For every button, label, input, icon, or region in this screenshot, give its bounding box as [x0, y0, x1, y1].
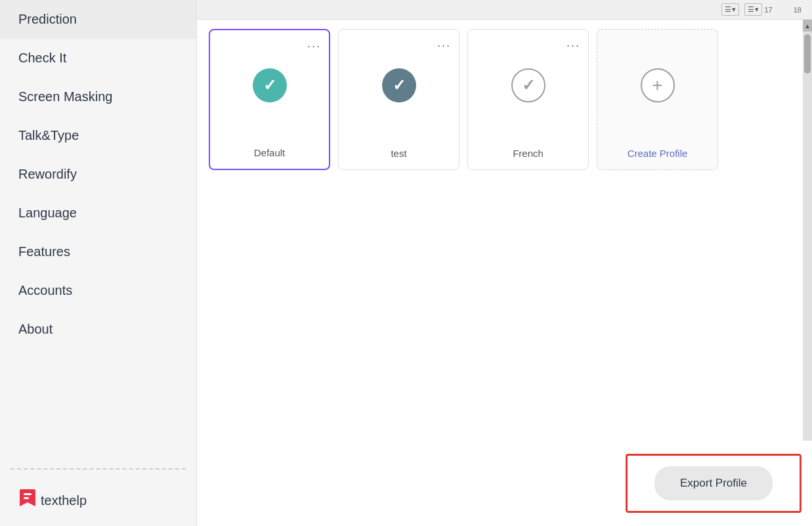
export-highlight-box: Export Profile [626, 454, 801, 513]
profile-card-french-label: French [513, 141, 544, 169]
texthelp-logo-icon [18, 488, 37, 513]
profile-default-check-icon: ✓ [263, 76, 276, 95]
profile-card-test[interactable]: ... ✓ test [338, 29, 459, 170]
sidebar-item-talk-type[interactable]: Talk&Type [0, 116, 196, 155]
svg-rect-1 [24, 497, 29, 499]
profile-card-french-menu[interactable]: ... [566, 36, 580, 50]
profile-card-create[interactable]: + Create Profile [597, 29, 718, 170]
chevron-down-icon-2: ▾ [755, 5, 759, 14]
sidebar-divider [11, 468, 186, 470]
sidebar-item-language[interactable]: Language [0, 194, 196, 232]
toolbar-icons: ☰ ▾ ☰ ▾ [721, 3, 762, 16]
sidebar-item-screen-masking[interactable]: Screen Masking [0, 77, 196, 116]
sidebar-logo-area: texthelp [0, 475, 196, 526]
sidebar: Prediction Check It Screen Masking Talk&… [0, 0, 197, 526]
list-icon-1: ☰ [725, 5, 731, 14]
texthelp-logo: texthelp [18, 488, 87, 513]
main-content: ☰ ▾ ☰ ▾ 17 18 ... ✓ Default [197, 0, 812, 526]
profile-test-check-circle: ✓ [382, 68, 416, 102]
sidebar-item-about[interactable]: About [0, 310, 196, 349]
profile-card-default-label: Default [254, 141, 286, 169]
profile-card-test-label: test [391, 141, 406, 169]
profile-card-french[interactable]: ... ✓ French [467, 29, 589, 170]
sidebar-item-rewordify[interactable]: Rewordify [0, 155, 196, 194]
sidebar-item-prediction[interactable]: Prediction [0, 0, 196, 39]
ruler-number-18: 18 [794, 6, 801, 14]
profile-french-check-icon: ✓ [522, 76, 535, 95]
list-icon-button-1[interactable]: ☰ ▾ [721, 3, 739, 16]
profile-test-check-icon: ✓ [393, 76, 406, 95]
profile-card-default[interactable]: ... ✓ Default [209, 29, 330, 170]
texthelp-logo-text: texthelp [41, 493, 87, 508]
chevron-down-icon-1: ▾ [732, 5, 736, 14]
sidebar-item-accounts[interactable]: Accounts [0, 271, 196, 310]
profiles-area: ... ✓ Default ... ✓ test [197, 20, 812, 526]
profile-card-test-icon-area: ✓ [382, 30, 416, 141]
list-icon-2: ☰ [748, 5, 754, 14]
sidebar-item-features[interactable]: Features [0, 232, 196, 271]
profile-card-default-icon-area: ✓ [253, 30, 287, 141]
profile-create-plus-circle: + [641, 68, 675, 102]
profile-card-default-menu[interactable]: ... [307, 37, 321, 51]
export-profile-area: Export Profile [615, 441, 812, 526]
profile-french-check-circle: ✓ [511, 68, 545, 102]
ruler-number-17: 17 [765, 6, 773, 14]
export-profile-button[interactable]: Export Profile [654, 466, 773, 500]
profile-card-test-menu[interactable]: ... [437, 36, 451, 50]
profile-create-plus-icon: + [652, 76, 662, 95]
profile-card-create-icon-area: + [641, 30, 675, 141]
scrollbar-up-button[interactable]: ▲ [803, 20, 812, 32]
profile-card-create-label: Create Profile [628, 141, 688, 169]
top-toolbar: ☰ ▾ ☰ ▾ 17 18 [197, 0, 812, 20]
profile-card-french-icon-area: ✓ [511, 30, 545, 141]
sidebar-item-check-it[interactable]: Check It [0, 39, 196, 77]
list-icon-button-2[interactable]: ☰ ▾ [744, 3, 762, 16]
sidebar-nav: Prediction Check It Screen Masking Talk&… [0, 0, 196, 463]
scrollbar-thumb[interactable] [804, 34, 811, 74]
profile-default-check-circle: ✓ [253, 68, 287, 102]
svg-rect-0 [24, 493, 32, 495]
profiles-container: ... ✓ Default ... ✓ test [197, 20, 812, 179]
ruler-numbers: 17 18 [765, 6, 802, 14]
